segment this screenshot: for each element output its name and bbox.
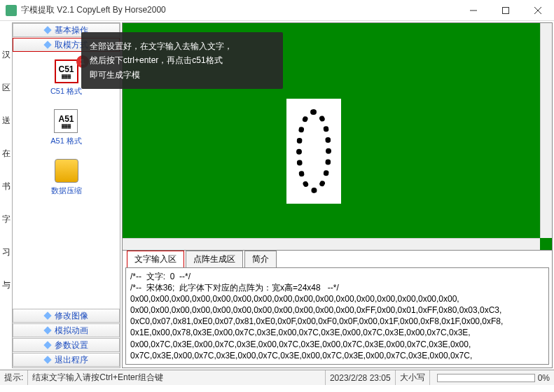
tooltip-line: 然后按下ctrl+enter，再点击c51格式 — [90, 53, 275, 67]
status-progress-wrap: 0% — [430, 370, 554, 385]
status-caps: 大小写 — [396, 370, 430, 385]
tab-label: 简介 — [252, 254, 269, 264]
tab-label: 文字输入区 — [134, 254, 176, 264]
edge-char: 区 — [2, 82, 11, 94]
close-button[interactable] — [522, 0, 554, 21]
edge-char: 送 — [2, 115, 11, 127]
scrollbar-horizontal[interactable] — [123, 238, 540, 250]
tab-label: 点阵生成区 — [193, 254, 235, 264]
edge-char: 与 — [2, 279, 11, 291]
sidebar-item-label: 参数设置 — [55, 340, 88, 351]
edge-char: 在 — [2, 148, 11, 160]
status-bar: 提示: 结束文字输入请按Ctrl+Enter组合键 2023/2/28 23:0… — [0, 370, 554, 385]
scrollbar-vertical[interactable] — [540, 23, 552, 238]
maximize-button[interactable] — [490, 0, 522, 21]
a51-icon: A51▓▓▓ — [54, 109, 78, 133]
diamond-icon — [43, 26, 51, 34]
diamond-icon — [43, 326, 51, 334]
tool-label: A51 格式 — [50, 136, 82, 146]
sidebar-item-label: 模拟动画 — [55, 325, 88, 337]
tooltip-line: 全部设置好，在文字输入去输入文字， — [90, 39, 275, 53]
glyph-preview — [286, 99, 341, 204]
edge-char: 书 — [2, 181, 11, 192]
edge-char: 字 — [2, 214, 11, 225]
sidebar-item-label: 退出程序 — [55, 354, 88, 366]
minimize-button[interactable] — [457, 0, 490, 21]
tool-a51[interactable]: A51▓▓▓ A51 格式 — [50, 109, 82, 146]
progress-percent: 0% — [538, 373, 550, 383]
instruction-tooltip: 全部设置好，在文字输入去输入文字， 然后按下ctrl+enter，再点击c51格… — [81, 32, 283, 89]
sidebar-item-edit[interactable]: 修改图像 — [13, 309, 120, 323]
diamond-icon — [43, 312, 51, 319]
sidebar-item-anim[interactable]: 模拟动画 — [13, 323, 120, 337]
app-icon — [6, 5, 17, 16]
left-edge-strip: 汉 区 送 在 书 字 习 与 — [0, 21, 12, 370]
diamond-icon — [43, 341, 51, 349]
tab-about[interactable]: 简介 — [244, 251, 277, 267]
edge-char: 习 — [2, 246, 11, 258]
status-time: 2023/2/28 23:05 — [326, 370, 396, 385]
tool-compress[interactable]: 数据压缩 — [51, 159, 82, 196]
tab-generate[interactable]: 点阵生成区 — [186, 251, 243, 267]
sidebar-item-param[interactable]: 参数设置 — [13, 338, 120, 352]
tool-label: C51 格式 — [50, 86, 82, 97]
diamond-icon — [43, 356, 51, 363]
tool-label: 数据压缩 — [51, 186, 82, 196]
sidebar-body: C51▓▓▓ 1 C51 格式 A51▓▓▓ A51 格式 数据压缩 — [13, 52, 120, 309]
window-title: 字模提取 V2.1 CopyLeft By Horse2000 — [21, 4, 457, 16]
status-hint-label: 提示: — [0, 370, 28, 385]
tool-c51[interactable]: C51▓▓▓ 1 C51 格式 — [50, 59, 82, 97]
svg-rect-1 — [503, 7, 509, 13]
tab-bar: 文字输入区 点阵生成区 简介 — [123, 251, 552, 267]
progress-bar — [437, 374, 535, 382]
lower-panel: 文字输入区 点阵生成区 简介 /*-- 文字: 0 --*/ /*-- 宋体36… — [122, 251, 553, 369]
tooltip-line: 即可生成字模 — [90, 68, 275, 82]
sidebar-bottom: 修改图像 模拟动画 参数设置 退出程序 — [13, 309, 120, 368]
compress-icon — [55, 159, 78, 183]
c51-icon: C51▓▓▓ — [55, 59, 78, 83]
sidebar-item-exit[interactable]: 退出程序 — [13, 353, 120, 367]
diamond-icon — [43, 41, 51, 48]
output-textarea[interactable]: /*-- 文字: 0 --*/ /*-- 宋体36; 此字体下对应的点阵为：宽x… — [125, 267, 549, 365]
tab-input[interactable]: 文字输入区 — [127, 251, 184, 268]
edge-char: 汉 — [2, 49, 11, 61]
sidebar-item-label: 修改图像 — [55, 310, 88, 322]
titlebar: 字模提取 V2.1 CopyLeft By Horse2000 — [0, 0, 554, 21]
status-message: 结束文字输入请按Ctrl+Enter组合键 — [28, 370, 326, 385]
